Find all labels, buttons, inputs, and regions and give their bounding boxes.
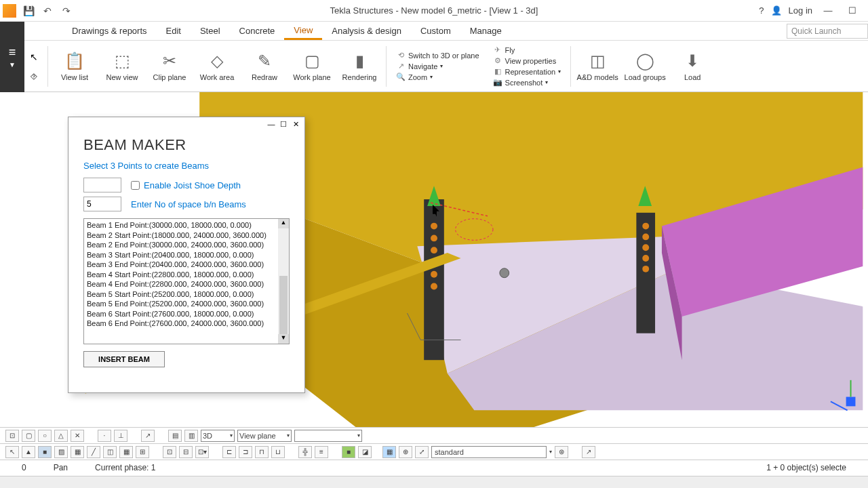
switch-3d-button[interactable]: ⟲Switch to 3D or plane bbox=[396, 51, 479, 60]
color-icon[interactable]: ■ bbox=[342, 446, 355, 458]
list-item[interactable]: Beam 1 End Point:(30000.000, 18000.000, … bbox=[87, 220, 286, 230]
redo-icon[interactable]: ↷ bbox=[60, 4, 73, 18]
new-view-button[interactable]: ⬚New view bbox=[98, 41, 146, 92]
view-props-button[interactable]: ⚙View properties bbox=[493, 56, 561, 66]
menu-manage[interactable]: Manage bbox=[460, 22, 511, 40]
snap-cube-icon[interactable]: ◫ bbox=[103, 446, 117, 458]
sel-poly-icon[interactable]: △ bbox=[54, 430, 68, 442]
color2-icon[interactable]: ◪ bbox=[358, 446, 372, 458]
load-button[interactable]: ⬇Load bbox=[669, 41, 716, 92]
empty-select[interactable]: ▾ bbox=[294, 430, 362, 442]
view-mode-select[interactable]: 3D▾ bbox=[201, 430, 235, 442]
ad-models-button[interactable]: ◫A&D models bbox=[574, 41, 621, 92]
help-button[interactable]: ? bbox=[759, 5, 764, 16]
menu-custom[interactable]: Custom bbox=[411, 22, 460, 40]
menu-edit[interactable]: Edit bbox=[157, 22, 191, 40]
sel-circle-icon[interactable]: ○ bbox=[38, 430, 52, 442]
snap-line-icon[interactable]: ╱ bbox=[87, 446, 100, 458]
insert-beam-button[interactable]: INSERT BEAM bbox=[83, 351, 165, 367]
maximize-button[interactable]: ☐ bbox=[844, 5, 861, 16]
dialog-close-button[interactable]: ✕ bbox=[290, 120, 302, 129]
filter2-icon[interactable]: ▥ bbox=[184, 430, 198, 442]
scroll-down-icon[interactable]: ▼ bbox=[278, 334, 289, 344]
grid-sm-icon[interactable]: ▦ bbox=[382, 446, 396, 458]
zoom-fit-icon[interactable]: ⤢ bbox=[415, 446, 429, 458]
clip-plane-button[interactable]: ✂Clip plane bbox=[146, 41, 193, 92]
standard-dd-icon[interactable]: ▾ bbox=[549, 449, 552, 455]
menu-concrete[interactable]: Concrete bbox=[230, 22, 285, 40]
snap-grid-icon[interactable]: ▦ bbox=[71, 446, 84, 458]
snap-tri-icon[interactable]: ▲ bbox=[22, 446, 35, 458]
shoe-depth-input[interactable] bbox=[83, 178, 121, 192]
scrollbar[interactable]: ▲ ▼ bbox=[278, 219, 289, 344]
list-item[interactable]: Beam 4 Start Point:(22800.000, 18000.000… bbox=[87, 270, 286, 280]
help-small-icon[interactable]: ⯑ bbox=[30, 72, 38, 81]
list-item[interactable]: Beam 3 Start Point:(20400.000, 18000.000… bbox=[87, 250, 286, 260]
beam-list[interactable]: Beam 1 End Point:(30000.000, 18000.000, … bbox=[83, 218, 290, 344]
snap-any-icon[interactable]: ↗ bbox=[141, 430, 155, 442]
save-icon[interactable]: 💾 bbox=[22, 4, 35, 18]
standard-input[interactable]: standard bbox=[431, 446, 547, 458]
minimize-button[interactable]: — bbox=[819, 5, 837, 16]
list-item[interactable]: Beam 5 End Point:(25200.000, 24000.000, … bbox=[87, 299, 286, 309]
list-item[interactable]: Beam 2 End Point:(30000.000, 24000.000, … bbox=[87, 240, 286, 250]
enable-joist-check[interactable] bbox=[131, 181, 140, 190]
snap-g-icon[interactable]: ⊔ bbox=[271, 446, 285, 458]
scroll-up-icon[interactable]: ▲ bbox=[278, 219, 289, 228]
view-list-button[interactable]: 📋View list bbox=[51, 41, 98, 92]
toggle-icon[interactable]: ⊛ bbox=[555, 446, 568, 458]
snap-h-icon[interactable]: ╬ bbox=[298, 446, 312, 458]
list-item[interactable]: Beam 6 End Point:(27600.000, 24000.000, … bbox=[87, 319, 286, 329]
dialog-maximize-button[interactable]: ☐ bbox=[277, 120, 290, 129]
snap-grid3-icon[interactable]: ⊞ bbox=[136, 446, 149, 458]
snap-c-icon[interactable]: ⊡▾ bbox=[195, 446, 209, 458]
zoom-button[interactable]: 🔍Zoom▾ bbox=[396, 73, 479, 82]
view-plane-select[interactable]: View plane▾ bbox=[237, 430, 292, 442]
rendering-button[interactable]: ▮Rendering bbox=[336, 41, 383, 92]
fly-button[interactable]: ✈Fly bbox=[493, 45, 561, 55]
snap-d-icon[interactable]: ⊏ bbox=[222, 446, 236, 458]
sel-rect-icon[interactable]: ▢ bbox=[22, 430, 35, 442]
enable-joist-checkbox[interactable]: Enable Joist Shoe Depth bbox=[131, 180, 241, 190]
navigate-button[interactable]: ↗Navigate▾ bbox=[396, 62, 479, 71]
scroll-thumb[interactable] bbox=[279, 276, 288, 335]
list-item[interactable]: Beam 6 Start Point:(27600.000, 18000.000… bbox=[87, 309, 286, 319]
menu-analysis[interactable]: Analysis & design bbox=[322, 22, 411, 40]
list-item[interactable]: Beam 2 Start Point:(18000.000, 24000.000… bbox=[87, 230, 286, 241]
work-plane-button[interactable]: ▢Work plane bbox=[288, 41, 336, 92]
work-area-button[interactable]: ◇Work area bbox=[193, 41, 241, 92]
snap-diag-icon[interactable]: ▨ bbox=[54, 446, 68, 458]
snap-cursor-icon[interactable]: ↖ bbox=[5, 446, 19, 458]
snap-a-icon[interactable]: ⊡ bbox=[163, 446, 176, 458]
snap-i-icon[interactable]: ≡ bbox=[315, 446, 328, 458]
load-groups-button[interactable]: ◯Load groups bbox=[621, 41, 669, 92]
menu-drawings[interactable]: Drawings & reports bbox=[62, 22, 157, 40]
list-item[interactable]: Beam 5 Start Point:(25200.000, 18000.000… bbox=[87, 289, 286, 300]
spaces-input[interactable]: 5 bbox=[83, 197, 121, 211]
list-item[interactable]: Beam 4 End Point:(22800.000, 24000.000, … bbox=[87, 279, 286, 289]
snap-grid2-icon[interactable]: ▦ bbox=[119, 446, 133, 458]
user-icon[interactable]: 👤 bbox=[771, 5, 782, 16]
dialog-minimize-button[interactable]: — bbox=[265, 120, 277, 128]
list-item[interactable]: Beam 3 End Point:(20400.000, 24000.000, … bbox=[87, 260, 286, 270]
cursor-icon[interactable]: ↖ bbox=[30, 52, 38, 62]
snap-e-icon[interactable]: ⊐ bbox=[239, 446, 252, 458]
screenshot-button[interactable]: 📷Screenshot▾ bbox=[493, 78, 561, 87]
menu-view[interactable]: View bbox=[284, 22, 322, 40]
quick-launch-input[interactable]: Quick Launch bbox=[787, 24, 868, 39]
snap-end-icon[interactable]: ⊥ bbox=[114, 430, 127, 442]
snap-f-icon[interactable]: ⊓ bbox=[255, 446, 269, 458]
grid-target-icon[interactable]: ⊕ bbox=[399, 446, 412, 458]
redraw-button[interactable]: ✎Redraw bbox=[241, 41, 288, 92]
representation-button[interactable]: ◧Representation▾ bbox=[493, 67, 561, 77]
login-link[interactable]: Log in bbox=[789, 5, 812, 16]
snap-b-icon[interactable]: ⊟ bbox=[179, 446, 193, 458]
menu-steel[interactable]: Steel bbox=[191, 22, 230, 40]
undo-icon[interactable]: ↶ bbox=[41, 4, 54, 18]
filter-icon[interactable]: ▤ bbox=[168, 430, 182, 442]
arrow-ne-icon[interactable]: ↗ bbox=[582, 446, 595, 458]
sel-point-icon[interactable]: ⊡ bbox=[5, 430, 19, 442]
snap-sq-icon[interactable]: ■ bbox=[38, 446, 52, 458]
file-menu[interactable]: ≡ ▼ bbox=[0, 22, 24, 92]
snap-mid-icon[interactable]: · bbox=[98, 430, 111, 442]
